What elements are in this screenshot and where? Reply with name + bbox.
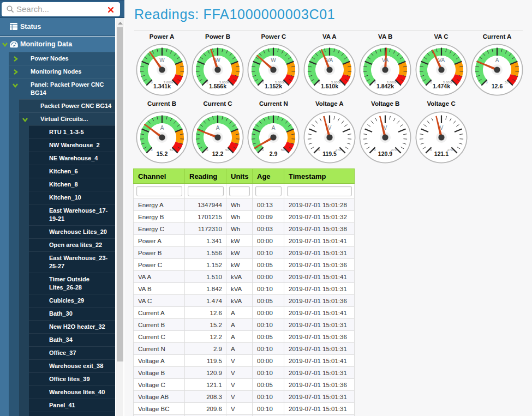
svg-text:2.9: 2.9 xyxy=(270,150,278,157)
svg-text:12.6: 12.6 xyxy=(492,83,503,89)
svg-text:1.510k: 1.510k xyxy=(321,83,338,89)
svg-text:50: 50 xyxy=(282,148,285,152)
svg-text:1.341k: 1.341k xyxy=(153,83,171,89)
svg-text:50: 50 xyxy=(170,148,174,152)
svg-text:W: W xyxy=(271,57,277,63)
svg-text:50: 50 xyxy=(225,148,229,152)
svg-text:A: A xyxy=(272,125,276,131)
svg-text:VA: VA xyxy=(438,57,445,63)
svg-text:A: A xyxy=(160,125,164,131)
svg-text:119.5: 119.5 xyxy=(322,150,337,157)
svg-text:1.474k: 1.474k xyxy=(433,83,450,89)
svg-text:A: A xyxy=(495,57,499,63)
svg-text:1.842k: 1.842k xyxy=(376,83,394,89)
svg-text:VA: VA xyxy=(382,57,389,63)
svg-text:W: W xyxy=(159,57,165,63)
svg-text:15.2: 15.2 xyxy=(156,150,168,157)
svg-text:50: 50 xyxy=(505,81,509,84)
svg-text:A: A xyxy=(216,125,220,131)
svg-text:1.152k: 1.152k xyxy=(265,83,282,89)
svg-text:1.556k: 1.556k xyxy=(209,83,226,89)
svg-text:V: V xyxy=(384,125,387,131)
svg-text:V: V xyxy=(439,125,443,131)
svg-text:120.9: 120.9 xyxy=(378,150,392,157)
svg-text:W: W xyxy=(215,57,220,63)
svg-text:VA: VA xyxy=(326,57,333,63)
svg-text:12.2: 12.2 xyxy=(212,150,224,157)
svg-text:V: V xyxy=(327,125,331,131)
svg-text:121.1: 121.1 xyxy=(434,150,448,157)
